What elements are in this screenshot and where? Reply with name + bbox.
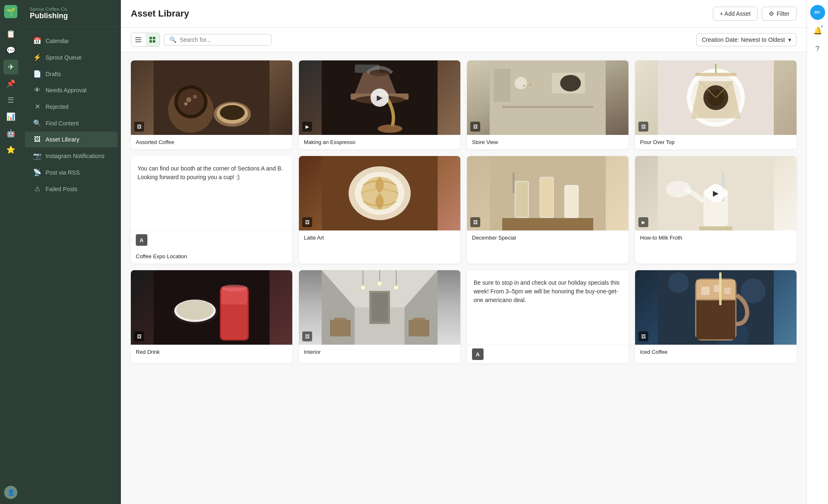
asset-thumbnail: ▶ ▶ [635,156,797,230]
play-button[interactable]: ▶ [707,184,725,202]
text-asset-card[interactable]: You can find our booth at the corner of … [131,156,292,264]
icon-rail: 🌱 📋 💬 ✈ 📌 ☰ 📊 🤖 ⭐ 👤 [0,0,22,504]
text-asset-body: Be sure to stop in and check out our hol… [467,270,628,345]
asset-card[interactable]: 🖼 December Special [467,156,628,264]
sidebar-item-label-failed-posts: Failed Posts [46,186,77,192]
main-header: Asset Library + Add Asset ⚙ Filter [121,0,806,28]
rail-icon-tasks[interactable]: 🤖 [3,126,18,141]
compose-button[interactable]: ✏ [810,5,825,20]
asset-title: Iced Coffee [635,345,797,359]
sidebar-item-needs-approval[interactable]: 👁 Needs Approval [25,82,118,98]
text-asset-card[interactable]: Be sure to stop in and check out our hol… [467,270,628,363]
help-button[interactable]: ? [810,41,825,56]
search-icon: 🔍 [169,36,176,43]
rss-icon: 📡 [33,168,41,176]
sidebar-item-post-via-rss[interactable]: 📡 Post via RSS [25,164,118,180]
search-input[interactable] [180,36,266,43]
text-asset-content: You can find our booth at the corner of … [137,165,283,180]
svg-rect-2 [135,41,141,42]
asset-title: Store View [467,135,628,149]
asset-thumbnail: 🖼 [467,156,628,230]
add-asset-label: + Add Asset [720,10,751,17]
rail-icon-publish[interactable]: ✈ [3,60,18,74]
asset-title: Assorted Coffee [131,135,292,149]
svg-point-64 [176,300,214,320]
text-type-icon: A [472,348,484,360]
sidebar-item-sprout-queue[interactable]: ⚡ Sprout Queue [25,49,118,65]
asset-title: Pour Over Top [635,135,797,149]
header-actions: + Add Asset ⚙ Filter [713,7,797,21]
svg-rect-46 [502,218,593,230]
sidebar-item-drafts[interactable]: 📄 Drafts [25,66,118,82]
rail-icon-star[interactable]: ⭐ [3,142,18,157]
svg-rect-78 [334,318,347,320]
sidebar-item-label-drafts: Drafts [46,71,61,77]
sidebar-item-calendar[interactable]: 📅 Calendar [25,33,118,49]
sidebar-item-instagram-notifications[interactable]: 📷 Instagram Notifications [25,148,118,164]
search-box[interactable]: 🔍 [164,34,272,46]
asset-card[interactable]: 🖼 Pour Over Top [635,60,797,149]
instagram-icon: 📷 [33,152,41,160]
text-card-footer: A [131,230,292,249]
asset-title: Latte Art [299,230,460,245]
right-panel: ✏ 🔔 ? [806,0,828,504]
asset-title: Red Drink [131,345,292,359]
sidebar-item-find-content[interactable]: 🔍 Find Content [25,115,118,131]
rail-icon-inbox[interactable]: 💬 [3,43,18,58]
asset-title: Making an Esspresso [299,135,460,149]
brand-logo[interactable]: 🌱 [4,5,17,18]
asset-card[interactable]: 🖼 Red Drink [131,270,292,363]
user-avatar[interactable]: 👤 [4,486,17,499]
grid-view-button[interactable] [145,33,159,46]
sidebar-item-rejected[interactable]: ✕ Rejected [25,98,118,115]
rail-icon-pin[interactable]: 📌 [3,76,18,91]
asset-card[interactable]: 🖼 Latte Art [299,156,460,264]
svg-rect-24 [515,77,527,89]
sidebar-item-label-calendar: Calendar [46,38,69,44]
list-view-button[interactable] [131,33,145,46]
svg-point-12 [193,95,197,99]
asset-card[interactable]: ▶ ▶ Making an Esspresso [299,60,460,149]
svg-rect-75 [371,293,388,322]
asset-card[interactable]: 🖼 Iced Coffee [635,270,797,363]
rail-icon-list[interactable]: ☰ [3,93,18,108]
sort-dropdown[interactable]: Creation Date: Newest to Oldest ▾ [696,33,797,46]
notification-bell-button[interactable]: 🔔 [810,23,825,38]
sidebar: Sprout Coffee Co. Publishing 📅 Calendar … [22,0,121,504]
play-button[interactable]: ▶ [371,89,389,107]
asset-card[interactable]: 🖼 Interior [299,270,460,363]
filter-button[interactable]: ⚙ Filter [762,7,797,21]
chevron-down-icon: ▾ [788,36,791,43]
failed-posts-icon: ⚠ [33,185,41,193]
asset-card[interactable]: 🖼 Store View [467,60,628,149]
sidebar-item-label-sprout-queue: Sprout Queue [46,54,82,61]
sidebar-item-failed-posts[interactable]: ⚠ Failed Posts [25,181,118,197]
video-type-icon: ▶ [302,122,312,132]
calendar-icon: 📅 [33,37,41,45]
grid-container: 🖼 Assorted Coffee [131,60,797,363]
svg-rect-50 [541,178,553,217]
svg-rect-39 [695,73,737,76]
rail-icon-notifications[interactable]: 📋 [3,26,18,41]
rail-icon-analytics[interactable]: 📊 [3,109,18,124]
svg-rect-28 [494,69,510,102]
text-asset-body: You can find our booth at the corner of … [131,156,292,230]
svg-rect-27 [502,106,593,108]
sidebar-nav: 📅 Calendar ⚡ Sprout Queue 📄 Drafts 👁 Nee… [22,27,121,504]
toolbar-left: 🔍 [131,33,272,47]
add-asset-button[interactable]: + Add Asset [713,7,758,21]
asset-card[interactable]: 🖼 Assorted Coffee [131,60,292,149]
filter-icon: ⚙ [769,10,774,17]
svg-point-22 [378,125,402,133]
svg-rect-30 [529,84,531,85]
text-asset-content: Be sure to stop in and check out our hol… [474,279,620,303]
asset-card[interactable]: ▶ ▶ How-to Milk Froth [635,156,797,264]
asset-library-icon: 🖼 [33,136,41,143]
asset-thumbnail: 🖼 [131,270,292,345]
svg-rect-1 [135,39,141,40]
image-type-icon: 🖼 [134,122,144,132]
sidebar-item-asset-library[interactable]: 🖼 Asset Library [25,132,118,147]
svg-rect-5 [149,40,152,43]
drafts-icon: 📄 [33,70,41,78]
sidebar-item-label-rejected: Rejected [46,103,68,110]
